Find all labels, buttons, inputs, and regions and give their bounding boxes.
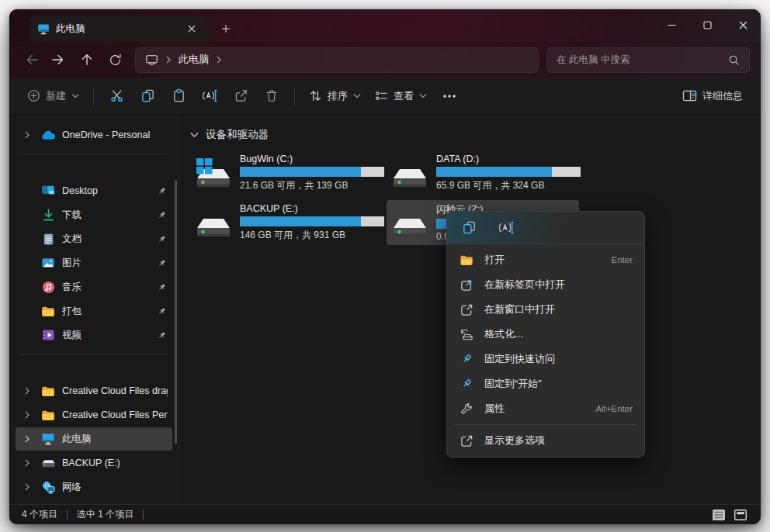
chevron-right-icon[interactable] xyxy=(20,483,34,491)
folder-icon xyxy=(40,306,56,317)
titlebar: 此电脑 xyxy=(9,9,761,42)
sidebar-item-folder[interactable]: 打包 xyxy=(16,299,172,323)
sidebar-item-this-pc[interactable]: 此电脑 xyxy=(16,427,172,451)
menu-divider xyxy=(455,424,636,425)
sort-button[interactable]: 排序 xyxy=(302,83,368,109)
copy-icon[interactable] xyxy=(458,217,480,239)
drive-icon xyxy=(391,157,428,189)
drive-icon xyxy=(391,206,428,239)
chevron-right-icon[interactable] xyxy=(20,435,34,443)
videos-icon xyxy=(40,329,56,341)
new-button[interactable]: 新建 xyxy=(20,83,86,109)
search-input[interactable]: 在 此电脑 中搜索 xyxy=(546,47,750,73)
up-icon[interactable] xyxy=(73,47,101,73)
menu-item-open[interactable]: 打开 Enter xyxy=(451,247,640,272)
menu-item-open-new-window[interactable]: 在新窗口中打开 xyxy=(451,297,640,322)
forward-icon[interactable] xyxy=(45,47,73,73)
sidebar-item-music[interactable]: 音乐 xyxy=(16,275,172,299)
drive-tile-d[interactable]: DATA (D:) 65.9 GB 可用，共 324 GB xyxy=(387,150,579,195)
new-button-label: 新建 xyxy=(46,89,66,103)
more-options-icon[interactable] xyxy=(434,83,465,109)
sidebar-item-label: 打包 xyxy=(62,305,155,318)
search-placeholder: 在 此电脑 中搜索 xyxy=(557,54,728,67)
breadcrumb[interactable]: 此电脑 xyxy=(179,53,209,67)
new-tab-button[interactable] xyxy=(213,17,239,40)
sidebar-item-label: 视频 xyxy=(62,329,155,342)
toolbar-divider xyxy=(93,88,94,105)
share-icon[interactable] xyxy=(225,83,256,109)
tab-this-pc[interactable]: 此电脑 xyxy=(29,16,208,42)
details-pane-button[interactable]: 详细信息 xyxy=(675,83,750,109)
copy-icon[interactable] xyxy=(132,83,163,109)
context-menu-icon-row xyxy=(447,212,644,244)
address-bar[interactable]: 此电脑 xyxy=(135,47,539,73)
toolbar-divider xyxy=(294,88,295,105)
drive-name: BugWin (C:) xyxy=(240,154,378,164)
refresh-icon[interactable] xyxy=(101,47,129,73)
details-view-icon[interactable] xyxy=(711,508,727,521)
drive-usage-bar xyxy=(240,167,384,177)
chevron-right-icon[interactable] xyxy=(20,131,34,139)
folder-icon xyxy=(40,409,56,421)
sidebar-item-videos[interactable]: 视频 xyxy=(16,323,172,347)
chevron-right-icon[interactable] xyxy=(20,411,34,419)
sidebar-item-creative-cloud-2[interactable]: Creative Cloud Files Pers xyxy=(16,403,172,427)
sidebar-item-network[interactable]: 网络 xyxy=(16,475,172,499)
menu-item-pin-start[interactable]: 固定到“开始” xyxy=(451,371,640,396)
chevron-right-icon[interactable] xyxy=(20,387,34,395)
drive-icon xyxy=(195,206,232,239)
menu-item-label: 固定到快速访问 xyxy=(484,352,555,366)
sidebar-item-desktop[interactable]: Desktop xyxy=(16,179,172,202)
menu-item-label: 在新窗口中打开 xyxy=(484,302,555,316)
menu-item-show-more-options[interactable]: 显示更多选项 xyxy=(451,428,640,453)
menu-item-format[interactable]: 格式化... xyxy=(451,322,640,347)
sidebar-item-downloads[interactable]: 下载 xyxy=(16,203,172,226)
wrench-icon xyxy=(459,402,474,415)
chevron-right-icon[interactable] xyxy=(20,459,34,467)
rename-icon[interactable] xyxy=(194,83,225,109)
maximize-button[interactable] xyxy=(689,9,725,40)
group-header-devices[interactable]: 设备和驱动器 xyxy=(190,127,761,143)
search-icon[interactable] xyxy=(728,54,740,66)
paste-icon[interactable] xyxy=(163,83,194,109)
music-icon xyxy=(40,281,56,294)
sidebar-item-creative-cloud-1[interactable]: Creative Cloud Files drag xyxy=(16,379,172,402)
drive-tile-c[interactable]: BugWin (C:) 21.6 GB 可用，共 139 GB xyxy=(190,150,383,195)
rename-icon[interactable] xyxy=(495,217,517,239)
menu-item-properties[interactable]: 属性 Alt+Enter xyxy=(451,396,640,421)
drive-usage-bar xyxy=(436,167,581,177)
pin-icon xyxy=(155,282,168,292)
context-menu-list: 打开 Enter 在新标签页中打开 在新窗口中打开 格式化... 固定到快 xyxy=(447,244,644,457)
back-icon[interactable] xyxy=(17,47,45,73)
large-icons-view-icon[interactable] xyxy=(733,508,748,521)
onedrive-cloud-icon xyxy=(40,130,56,140)
view-button[interactable]: 查看 xyxy=(368,83,434,109)
sidebar-item-backup-drive[interactable]: BACKUP (E:) xyxy=(16,451,172,475)
sidebar-item-label: OneDrive - Personal xyxy=(62,130,168,140)
drive-tile-e[interactable]: BACKUP (E:) 146 GB 可用，共 931 GB xyxy=(190,200,383,245)
view-button-label: 查看 xyxy=(394,89,414,103)
menu-item-pin-quick-access[interactable]: 固定到快速访问 xyxy=(451,347,640,371)
sidebar-item-documents[interactable]: 文档 xyxy=(16,227,172,250)
chevron-down-icon[interactable] xyxy=(190,132,199,138)
minimize-button[interactable] xyxy=(654,9,689,40)
window-controls xyxy=(654,9,761,42)
chevron-right-icon[interactable] xyxy=(216,56,222,64)
close-button[interactable] xyxy=(725,9,761,40)
sidebar-item-pictures[interactable]: 图片 xyxy=(16,251,172,275)
menu-item-open-new-tab[interactable]: 在新标签页中打开 xyxy=(451,272,640,297)
delete-icon[interactable] xyxy=(256,83,287,109)
sidebar-divider xyxy=(22,154,166,154)
desktop-icon xyxy=(40,185,56,197)
group-header-label: 设备和驱动器 xyxy=(206,128,269,142)
sidebar-scrollbar[interactable] xyxy=(175,180,177,444)
document-icon xyxy=(40,233,56,246)
menu-item-label: 显示更多选项 xyxy=(484,434,545,447)
tab-close-icon[interactable] xyxy=(183,20,200,37)
show-more-icon xyxy=(459,434,474,447)
sidebar-item-label: 音乐 xyxy=(62,281,155,294)
cut-icon[interactable] xyxy=(101,83,132,109)
sidebar-item-label: Creative Cloud Files Pers xyxy=(62,409,168,420)
sidebar-item-label: 下载 xyxy=(62,209,155,222)
sidebar-item-onedrive[interactable]: OneDrive - Personal xyxy=(16,123,172,147)
